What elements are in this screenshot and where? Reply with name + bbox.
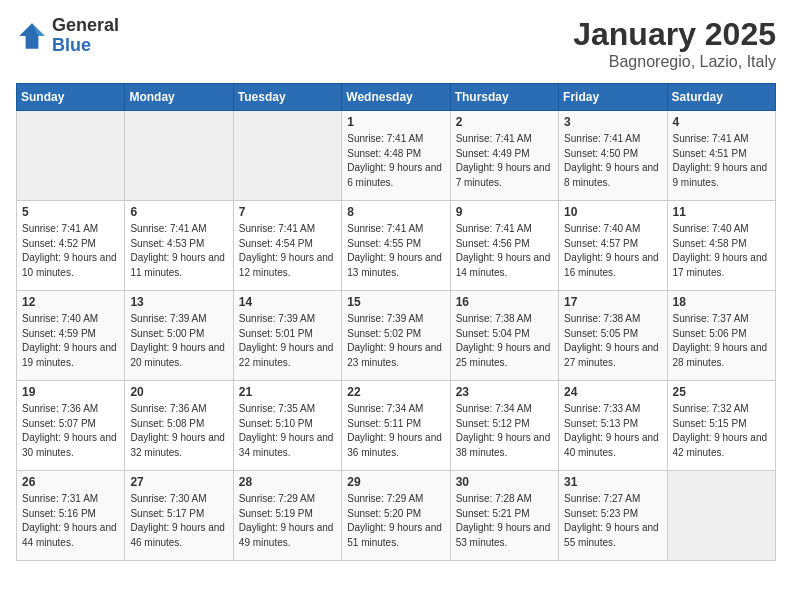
day-info: Sunrise: 7:41 AMSunset: 4:54 PMDaylight:… [239, 222, 336, 280]
day-info: Sunrise: 7:41 AMSunset: 4:55 PMDaylight:… [347, 222, 444, 280]
day-number: 8 [347, 205, 444, 219]
day-number: 6 [130, 205, 227, 219]
calendar-cell: 20Sunrise: 7:36 AMSunset: 5:08 PMDayligh… [125, 381, 233, 471]
day-info: Sunrise: 7:40 AMSunset: 4:58 PMDaylight:… [673, 222, 770, 280]
day-info: Sunrise: 7:41 AMSunset: 4:48 PMDaylight:… [347, 132, 444, 190]
day-info: Sunrise: 7:41 AMSunset: 4:52 PMDaylight:… [22, 222, 119, 280]
day-number: 15 [347, 295, 444, 309]
calendar-cell: 12Sunrise: 7:40 AMSunset: 4:59 PMDayligh… [17, 291, 125, 381]
day-info: Sunrise: 7:29 AMSunset: 5:19 PMDaylight:… [239, 492, 336, 550]
calendar-cell: 11Sunrise: 7:40 AMSunset: 4:58 PMDayligh… [667, 201, 775, 291]
day-number: 12 [22, 295, 119, 309]
calendar-cell: 1Sunrise: 7:41 AMSunset: 4:48 PMDaylight… [342, 111, 450, 201]
calendar-cell: 27Sunrise: 7:30 AMSunset: 5:17 PMDayligh… [125, 471, 233, 561]
day-number: 10 [564, 205, 661, 219]
day-number: 17 [564, 295, 661, 309]
calendar-cell [125, 111, 233, 201]
calendar-cell: 29Sunrise: 7:29 AMSunset: 5:20 PMDayligh… [342, 471, 450, 561]
day-number: 22 [347, 385, 444, 399]
calendar-cell: 6Sunrise: 7:41 AMSunset: 4:53 PMDaylight… [125, 201, 233, 291]
day-number: 18 [673, 295, 770, 309]
week-row-1: 1Sunrise: 7:41 AMSunset: 4:48 PMDaylight… [17, 111, 776, 201]
calendar-cell: 3Sunrise: 7:41 AMSunset: 4:50 PMDaylight… [559, 111, 667, 201]
weekday-header-friday: Friday [559, 84, 667, 111]
day-info: Sunrise: 7:39 AMSunset: 5:00 PMDaylight:… [130, 312, 227, 370]
calendar-cell: 19Sunrise: 7:36 AMSunset: 5:07 PMDayligh… [17, 381, 125, 471]
calendar-cell: 5Sunrise: 7:41 AMSunset: 4:52 PMDaylight… [17, 201, 125, 291]
day-number: 14 [239, 295, 336, 309]
calendar-cell: 13Sunrise: 7:39 AMSunset: 5:00 PMDayligh… [125, 291, 233, 381]
day-info: Sunrise: 7:33 AMSunset: 5:13 PMDaylight:… [564, 402, 661, 460]
day-info: Sunrise: 7:40 AMSunset: 4:57 PMDaylight:… [564, 222, 661, 280]
calendar-cell: 26Sunrise: 7:31 AMSunset: 5:16 PMDayligh… [17, 471, 125, 561]
logo-blue: Blue [52, 36, 119, 56]
day-number: 7 [239, 205, 336, 219]
weekday-header-thursday: Thursday [450, 84, 558, 111]
day-info: Sunrise: 7:41 AMSunset: 4:53 PMDaylight:… [130, 222, 227, 280]
day-info: Sunrise: 7:36 AMSunset: 5:08 PMDaylight:… [130, 402, 227, 460]
day-number: 23 [456, 385, 553, 399]
calendar-cell: 28Sunrise: 7:29 AMSunset: 5:19 PMDayligh… [233, 471, 341, 561]
calendar-table: SundayMondayTuesdayWednesdayThursdayFrid… [16, 83, 776, 561]
weekday-header-sunday: Sunday [17, 84, 125, 111]
day-info: Sunrise: 7:29 AMSunset: 5:20 PMDaylight:… [347, 492, 444, 550]
day-number: 9 [456, 205, 553, 219]
logo-icon [16, 20, 48, 52]
logo-text: General Blue [52, 16, 119, 56]
day-info: Sunrise: 7:39 AMSunset: 5:02 PMDaylight:… [347, 312, 444, 370]
day-info: Sunrise: 7:41 AMSunset: 4:51 PMDaylight:… [673, 132, 770, 190]
day-number: 1 [347, 115, 444, 129]
day-number: 11 [673, 205, 770, 219]
day-number: 16 [456, 295, 553, 309]
calendar-cell: 9Sunrise: 7:41 AMSunset: 4:56 PMDaylight… [450, 201, 558, 291]
week-row-4: 19Sunrise: 7:36 AMSunset: 5:07 PMDayligh… [17, 381, 776, 471]
location-title: Bagnoregio, Lazio, Italy [573, 53, 776, 71]
calendar-cell: 17Sunrise: 7:38 AMSunset: 5:05 PMDayligh… [559, 291, 667, 381]
day-number: 28 [239, 475, 336, 489]
day-info: Sunrise: 7:38 AMSunset: 5:04 PMDaylight:… [456, 312, 553, 370]
week-row-5: 26Sunrise: 7:31 AMSunset: 5:16 PMDayligh… [17, 471, 776, 561]
day-number: 27 [130, 475, 227, 489]
month-title: January 2025 [573, 16, 776, 53]
day-number: 20 [130, 385, 227, 399]
day-number: 4 [673, 115, 770, 129]
calendar-cell: 8Sunrise: 7:41 AMSunset: 4:55 PMDaylight… [342, 201, 450, 291]
calendar-cell: 25Sunrise: 7:32 AMSunset: 5:15 PMDayligh… [667, 381, 775, 471]
calendar-cell: 15Sunrise: 7:39 AMSunset: 5:02 PMDayligh… [342, 291, 450, 381]
calendar-cell: 7Sunrise: 7:41 AMSunset: 4:54 PMDaylight… [233, 201, 341, 291]
day-number: 2 [456, 115, 553, 129]
weekday-header-row: SundayMondayTuesdayWednesdayThursdayFrid… [17, 84, 776, 111]
calendar-cell: 10Sunrise: 7:40 AMSunset: 4:57 PMDayligh… [559, 201, 667, 291]
calendar-cell: 23Sunrise: 7:34 AMSunset: 5:12 PMDayligh… [450, 381, 558, 471]
calendar-cell [667, 471, 775, 561]
day-info: Sunrise: 7:27 AMSunset: 5:23 PMDaylight:… [564, 492, 661, 550]
week-row-3: 12Sunrise: 7:40 AMSunset: 4:59 PMDayligh… [17, 291, 776, 381]
day-info: Sunrise: 7:34 AMSunset: 5:12 PMDaylight:… [456, 402, 553, 460]
day-info: Sunrise: 7:37 AMSunset: 5:06 PMDaylight:… [673, 312, 770, 370]
title-block: January 2025 Bagnoregio, Lazio, Italy [573, 16, 776, 71]
calendar-cell: 2Sunrise: 7:41 AMSunset: 4:49 PMDaylight… [450, 111, 558, 201]
day-info: Sunrise: 7:36 AMSunset: 5:07 PMDaylight:… [22, 402, 119, 460]
calendar-cell: 4Sunrise: 7:41 AMSunset: 4:51 PMDaylight… [667, 111, 775, 201]
day-info: Sunrise: 7:41 AMSunset: 4:50 PMDaylight:… [564, 132, 661, 190]
weekday-header-monday: Monday [125, 84, 233, 111]
day-number: 31 [564, 475, 661, 489]
day-info: Sunrise: 7:32 AMSunset: 5:15 PMDaylight:… [673, 402, 770, 460]
calendar-cell [233, 111, 341, 201]
calendar-cell: 24Sunrise: 7:33 AMSunset: 5:13 PMDayligh… [559, 381, 667, 471]
day-info: Sunrise: 7:41 AMSunset: 4:49 PMDaylight:… [456, 132, 553, 190]
day-info: Sunrise: 7:35 AMSunset: 5:10 PMDaylight:… [239, 402, 336, 460]
weekday-header-saturday: Saturday [667, 84, 775, 111]
day-info: Sunrise: 7:38 AMSunset: 5:05 PMDaylight:… [564, 312, 661, 370]
day-number: 3 [564, 115, 661, 129]
week-row-2: 5Sunrise: 7:41 AMSunset: 4:52 PMDaylight… [17, 201, 776, 291]
weekday-header-wednesday: Wednesday [342, 84, 450, 111]
calendar-cell: 31Sunrise: 7:27 AMSunset: 5:23 PMDayligh… [559, 471, 667, 561]
logo: General Blue [16, 16, 119, 56]
calendar-cell [17, 111, 125, 201]
day-number: 30 [456, 475, 553, 489]
page-header: General Blue January 2025 Bagnoregio, La… [16, 16, 776, 71]
calendar-cell: 14Sunrise: 7:39 AMSunset: 5:01 PMDayligh… [233, 291, 341, 381]
day-number: 5 [22, 205, 119, 219]
calendar-cell: 30Sunrise: 7:28 AMSunset: 5:21 PMDayligh… [450, 471, 558, 561]
